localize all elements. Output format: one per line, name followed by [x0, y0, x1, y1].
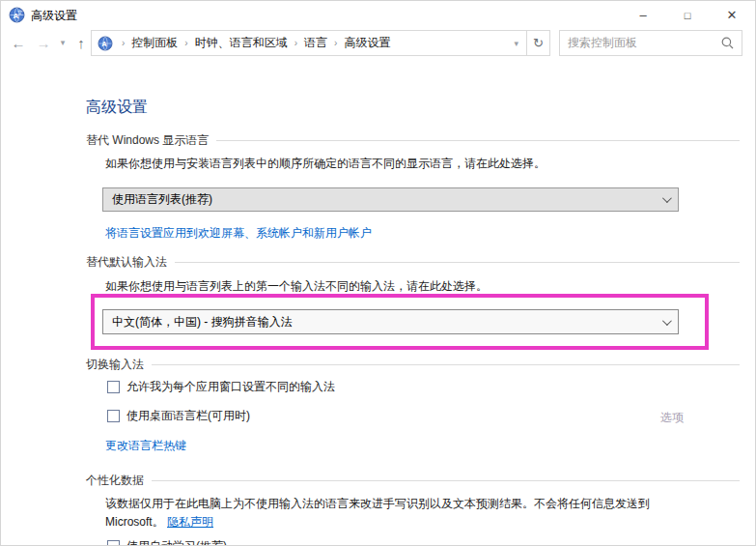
breadcrumb-language[interactable]: 语言 [304, 35, 327, 51]
breadcrumb-separator: › [288, 38, 304, 48]
section-divider [152, 364, 740, 365]
desktop-language-bar-row: 使用桌面语言栏(可用时) [107, 408, 250, 424]
breadcrumb-separator: › [115, 38, 131, 48]
address-dropdown-icon[interactable]: ▾ [514, 39, 520, 48]
section-title: 替代默认输入法 [86, 254, 167, 271]
language-bar-options-link[interactable]: 选项 [660, 410, 684, 426]
default-input-description: 如果你想使用与语言列表上的第一个输入法不同的输入法，请在此处选择。 [105, 278, 488, 295]
section-default-input-header: 替代默认输入法 [86, 254, 740, 271]
title-bar: A 文 高级设置 – □ ✕ [1, 1, 755, 30]
personalization-description-line1: 该数据仅用于在此电脑上为不使用输入法的语言来改进手写识别以及文本预测结果。不会将… [105, 496, 650, 512]
refresh-button[interactable]: ↻ [526, 30, 550, 56]
microsoft-text: Microsoft。 [105, 515, 164, 529]
maximize-button[interactable]: □ [665, 1, 710, 30]
personalization-description-line2: Microsoft。 隐私声明 [105, 514, 213, 531]
search-icon[interactable] [721, 37, 734, 49]
section-divider [216, 140, 740, 141]
svg-text:文: 文 [17, 9, 23, 15]
breadcrumb-clock-language-region[interactable]: 时钟、语言和区域 [195, 35, 288, 51]
back-icon[interactable]: ← [7, 30, 30, 56]
minimize-button[interactable]: – [621, 1, 665, 30]
language-globe-icon: A 文 [9, 7, 25, 23]
up-icon[interactable]: ↑ [70, 30, 92, 56]
window-title: 高级设置 [31, 8, 77, 24]
history-chevron-icon[interactable]: ▾ [55, 30, 70, 56]
section-title: 切换输入法 [86, 357, 144, 373]
per-app-input-method-label: 允许我为每个应用窗口设置不同的输入法 [126, 379, 335, 395]
breadcrumb-separator: › [178, 38, 194, 48]
desktop-language-bar-checkbox[interactable] [107, 410, 120, 422]
display-language-dropdown-value: 使用语言列表(推荐) [112, 191, 212, 208]
section-title: 替代 Windows 显示语言 [86, 132, 209, 149]
per-app-input-method-row: 允许我为每个应用窗口设置不同的输入法 [107, 379, 335, 395]
default-input-method-dropdown[interactable]: 中文(简体，中国) - 搜狗拼音输入法 [102, 309, 679, 334]
automatic-learning-row-cutoff: 使用自动学习(推荐) [107, 538, 227, 546]
automatic-learning-label: 使用自动学习(推荐) [126, 538, 227, 546]
per-app-input-method-checkbox[interactable] [107, 381, 120, 393]
section-switching-input-header: 切换输入法 [86, 357, 740, 373]
breadcrumb-separator: › [327, 38, 344, 48]
section-personalization-header: 个性化数据 [86, 473, 740, 489]
search-box[interactable]: 搜索控制面板 [559, 30, 742, 56]
forward-icon[interactable]: → [32, 30, 55, 56]
display-language-dropdown[interactable]: 使用语言列表(推荐) [102, 187, 679, 212]
advanced-language-settings-window: { "window": { "title": "高级设置", "controls… [0, 0, 756, 546]
breadcrumb-control-panel[interactable]: 控制面板 [131, 35, 178, 51]
section-divider [152, 480, 740, 481]
automatic-learning-checkbox[interactable] [107, 540, 120, 546]
privacy-statement-link[interactable]: 隐私声明 [167, 515, 213, 529]
close-button[interactable]: ✕ [710, 1, 754, 30]
chevron-down-icon [662, 193, 672, 203]
display-language-description: 如果你想使用与安装语言列表中的顺序所确定的语言不同的显示语言，请在此处选择。 [105, 156, 546, 172]
language-globe-icon: A [98, 36, 113, 51]
change-language-bar-hotkeys-link[interactable]: 更改语言栏热键 [105, 438, 186, 454]
address-bar[interactable]: A › 控制面板 › 时钟、语言和区域 › 语言 › 高级设置 ▾ [91, 30, 527, 56]
svg-text:A: A [101, 40, 107, 48]
default-input-method-dropdown-value: 中文(简体，中国) - 搜狗拼音输入法 [112, 314, 293, 330]
page-title: 高级设置 [86, 98, 148, 118]
section-title: 个性化数据 [86, 473, 144, 489]
breadcrumb-advanced-settings[interactable]: 高级设置 [344, 35, 390, 51]
apply-language-settings-link[interactable]: 将语言设置应用到欢迎屏幕、系统帐户和新用户帐户 [105, 225, 372, 242]
chevron-down-icon [662, 316, 672, 326]
desktop-language-bar-label: 使用桌面语言栏(可用时) [126, 408, 250, 424]
search-input[interactable]: 搜索控制面板 [568, 35, 721, 51]
navigation-toolbar: ← → ▾ ↑ A › 控制面板 › 时钟、语言和区域 › 语言 › 高级设置 … [1, 30, 755, 57]
section-display-language-header: 替代 Windows 显示语言 [86, 132, 740, 149]
section-divider [175, 262, 740, 263]
